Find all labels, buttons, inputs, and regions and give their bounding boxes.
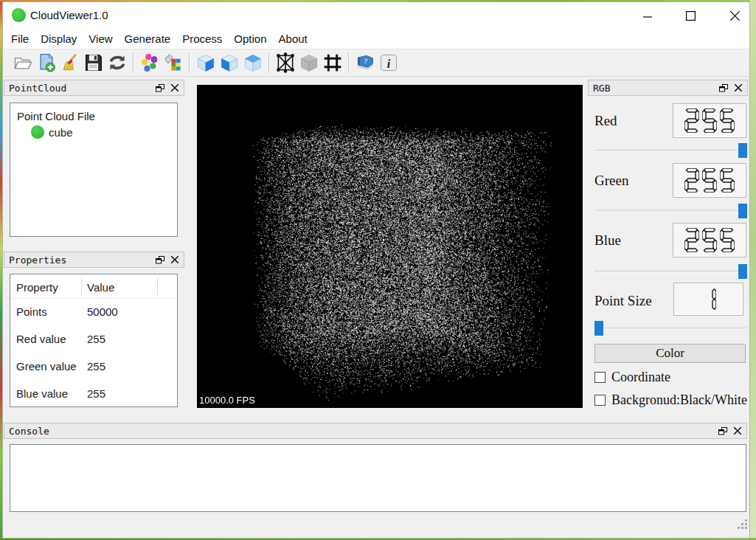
voxel-grid-button[interactable] bbox=[298, 52, 320, 74]
close-icon bbox=[735, 84, 742, 91]
slider-groove[interactable] bbox=[594, 327, 747, 330]
slider-handle[interactable] bbox=[738, 204, 747, 218]
console-dock-titlebar[interactable]: Console bbox=[4, 423, 747, 439]
pointcloud-viewport[interactable]: 10000.0 FPS bbox=[197, 85, 583, 408]
help-button[interactable]: ? bbox=[354, 52, 376, 74]
close-icon bbox=[734, 427, 741, 435]
tree-item-cube[interactable]: cube bbox=[31, 125, 73, 139]
blue-label: Blue bbox=[594, 232, 621, 249]
prop-value: 255 bbox=[87, 333, 105, 345]
console-close-button[interactable] bbox=[732, 425, 743, 437]
pointcloud-close-button[interactable] bbox=[169, 82, 181, 94]
minimize-button[interactable] bbox=[637, 7, 659, 24]
fps-counter: 10000.0 FPS bbox=[199, 395, 255, 406]
toolbar: ? i bbox=[2, 49, 749, 77]
pointcloud-dock-titlebar[interactable]: PointCloud bbox=[4, 80, 184, 96]
menu-process[interactable]: Process bbox=[176, 30, 228, 47]
coordinate-checkbox[interactable] bbox=[594, 372, 606, 383]
rgb-float-button[interactable] bbox=[718, 82, 729, 94]
slider-groove[interactable] bbox=[594, 210, 747, 212]
menu-display[interactable]: Display bbox=[35, 30, 83, 47]
properties-dock-title: Properties bbox=[4, 255, 154, 266]
refresh-button[interactable] bbox=[106, 52, 128, 74]
close-icon bbox=[171, 256, 178, 263]
open-file-button[interactable] bbox=[12, 52, 34, 74]
console-float-button[interactable] bbox=[717, 425, 729, 437]
cube-solid-icon bbox=[195, 52, 216, 73]
close-button[interactable] bbox=[724, 7, 746, 24]
prop-value: 255 bbox=[87, 360, 105, 373]
toolbar-separator bbox=[348, 52, 350, 73]
voxel-cube-icon bbox=[299, 52, 319, 73]
toolbar-separator bbox=[133, 52, 134, 73]
blue-slider[interactable] bbox=[594, 264, 747, 279]
slider-groove[interactable] bbox=[594, 270, 747, 273]
frame-icon bbox=[322, 52, 343, 73]
clear-button[interactable] bbox=[59, 52, 81, 74]
bounding-box-button[interactable] bbox=[322, 52, 344, 74]
toolbar-separator bbox=[268, 52, 270, 73]
color-points-button[interactable] bbox=[139, 52, 161, 74]
float-icon bbox=[156, 84, 164, 92]
desktop-background-right bbox=[749, 0, 756, 540]
cube-view-left-button[interactable] bbox=[218, 52, 240, 74]
console-dock-title: Console bbox=[4, 426, 717, 437]
window-title: CloudViewer1.0 bbox=[30, 9, 108, 21]
save-button[interactable] bbox=[83, 52, 105, 74]
menu-view[interactable]: View bbox=[83, 30, 118, 47]
svg-text:i: i bbox=[387, 58, 391, 71]
pointcloud-float-button[interactable] bbox=[154, 82, 166, 94]
column-divider[interactable] bbox=[157, 277, 158, 296]
tree-root-label[interactable]: Point Cloud File bbox=[17, 110, 95, 122]
cube-view-top-button[interactable] bbox=[242, 52, 264, 74]
console-output[interactable] bbox=[10, 444, 746, 512]
background-checkbox-row[interactable]: Backgronud:Black/White bbox=[594, 392, 747, 407]
info-icon: i bbox=[379, 53, 398, 72]
rgb-close-button[interactable] bbox=[732, 82, 744, 94]
menu-generate[interactable]: Generate bbox=[119, 30, 177, 47]
point-size-lcd bbox=[673, 283, 743, 316]
green-label: Green bbox=[594, 173, 628, 189]
column-header-property: Property bbox=[16, 281, 58, 294]
green-slider[interactable] bbox=[594, 204, 747, 218]
blue-lcd bbox=[673, 223, 746, 257]
vertex-graph-button[interactable] bbox=[274, 52, 296, 74]
maximize-button[interactable] bbox=[679, 7, 701, 24]
help-book-icon: ? bbox=[355, 52, 375, 73]
resize-grip[interactable] bbox=[737, 519, 749, 533]
slider-handle[interactable] bbox=[594, 321, 603, 336]
green-lcd bbox=[673, 163, 746, 198]
pointcloud-canvas[interactable] bbox=[197, 85, 583, 408]
menu-about[interactable]: About bbox=[273, 30, 313, 47]
slider-handle[interactable] bbox=[738, 143, 747, 158]
rgb-dock-titlebar[interactable]: RGB bbox=[588, 80, 748, 96]
menu-option[interactable]: Option bbox=[228, 30, 272, 47]
float-icon bbox=[156, 256, 164, 264]
cube-left-icon bbox=[219, 52, 240, 73]
cube-view-right-button[interactable] bbox=[195, 52, 217, 74]
background-checkbox[interactable] bbox=[594, 395, 606, 406]
prop-name: Green value bbox=[16, 360, 77, 373]
menu-file[interactable]: File bbox=[5, 30, 35, 47]
point-size-slider[interactable] bbox=[594, 321, 747, 336]
red-slider[interactable] bbox=[594, 143, 747, 158]
colorize-button[interactable] bbox=[162, 52, 184, 74]
properties-close-button[interactable] bbox=[169, 254, 181, 266]
maximize-icon bbox=[686, 11, 696, 21]
pointcloud-tree[interactable]: Point Cloud File cube bbox=[10, 103, 178, 237]
prop-name: Red value bbox=[16, 333, 66, 345]
float-icon bbox=[719, 84, 728, 92]
column-divider[interactable] bbox=[81, 277, 82, 296]
slider-handle[interactable] bbox=[738, 264, 747, 279]
slider-groove[interactable] bbox=[594, 149, 747, 152]
properties-float-button[interactable] bbox=[154, 254, 166, 266]
header-underline bbox=[11, 298, 176, 299]
color-picker-button[interactable]: Color bbox=[594, 344, 746, 363]
coordinate-checkbox-row[interactable]: Coordinate bbox=[594, 370, 670, 384]
app-icon bbox=[12, 8, 26, 22]
new-pointcloud-button[interactable] bbox=[35, 52, 58, 74]
about-button[interactable]: i bbox=[378, 52, 400, 74]
properties-dock-titlebar[interactable]: Properties bbox=[4, 252, 184, 268]
title-bar[interactable]: CloudViewer1.0 bbox=[2, 1, 749, 28]
open-folder-icon bbox=[13, 52, 33, 73]
